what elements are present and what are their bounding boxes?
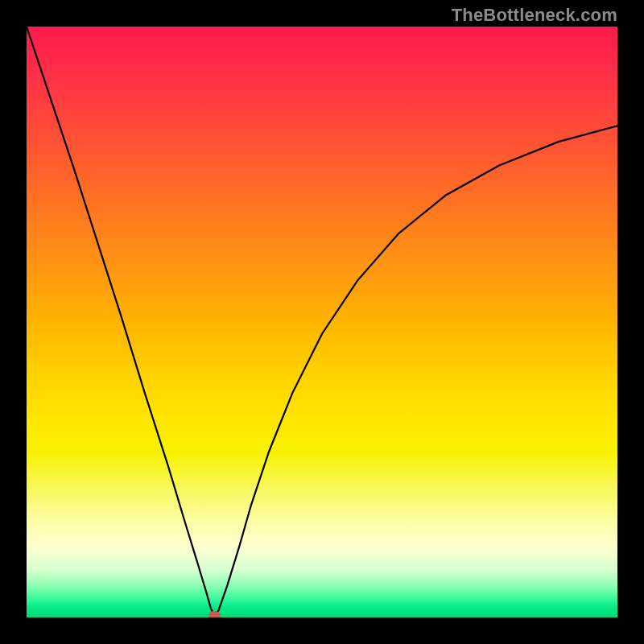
chart-svg <box>27 27 617 617</box>
plot-area <box>27 27 617 617</box>
minimum-marker <box>208 611 220 617</box>
bottleneck-curve <box>27 27 617 616</box>
watermark-text: TheBottleneck.com <box>452 5 617 26</box>
chart-frame: TheBottleneck.com <box>0 0 644 644</box>
